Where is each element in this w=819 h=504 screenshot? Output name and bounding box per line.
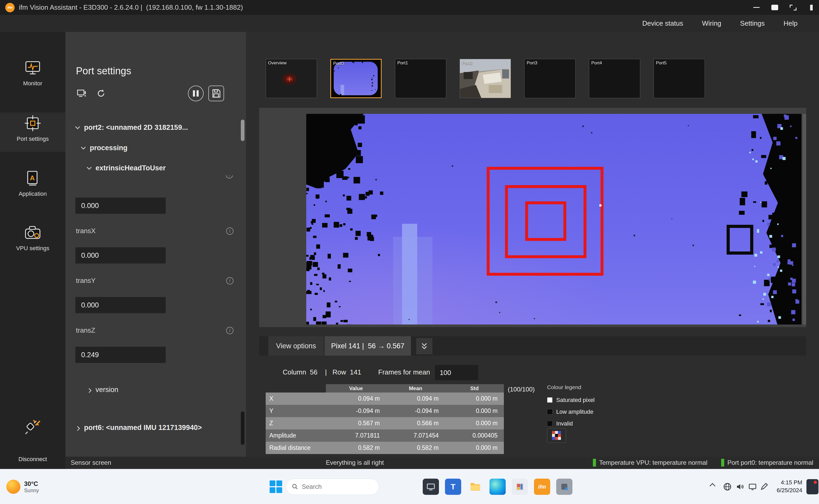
network-icon[interactable]: [723, 482, 732, 491]
minimize-button[interactable]: [753, 4, 760, 12]
port-settings-icon: [24, 115, 41, 132]
start-button[interactable]: [270, 480, 282, 493]
col-header-value: Value: [326, 384, 386, 393]
selected-pixel-marker: [599, 204, 601, 206]
speaker-icon[interactable]: [736, 482, 744, 491]
image-viewer: [259, 108, 806, 327]
palette-button[interactable]: [547, 428, 566, 443]
close-button[interactable]: [807, 4, 815, 12]
fullscreen-icon: [790, 5, 796, 10]
content-area: Overview Port0: [246, 32, 819, 457]
nav-item-monitor[interactable]: Monitor: [0, 57, 65, 96]
frames-for-mean-input[interactable]: [435, 365, 478, 380]
pen-icon[interactable]: [760, 482, 768, 491]
nav-item-port-settings[interactable]: Port settings: [0, 113, 65, 152]
menu-item-help[interactable]: Help: [784, 19, 798, 27]
thumbnail-port5[interactable]: Port5: [654, 59, 705, 98]
nav-item-application[interactable]: A Application: [0, 167, 65, 207]
depth-image-canvas: [306, 114, 801, 324]
invalid-swatch: [547, 421, 553, 426]
param-input-transz[interactable]: [75, 347, 166, 363]
taskbar-clock[interactable]: 4:15 PM 6/25/2024: [777, 479, 802, 494]
tray-expand-caret[interactable]: [710, 483, 716, 489]
menu-item-wiring[interactable]: Wiring: [702, 19, 721, 27]
search-icon: [292, 484, 298, 490]
info-icon[interactable]: i: [226, 327, 233, 334]
pixel-summary: Column 56 | Row 141 Frames for mean: [259, 365, 806, 381]
nav-item-disconnect[interactable]: Disconnect: [0, 456, 65, 463]
thumbnail-port4[interactable]: Port4: [589, 59, 640, 98]
notes-app-icon[interactable]: T: [445, 479, 461, 495]
param-label: transX: [76, 227, 96, 235]
saturated-swatch: [547, 397, 553, 403]
info-icon: i: [226, 175, 233, 178]
chevron-down-icon: [75, 124, 80, 129]
maximize-button[interactable]: [771, 4, 779, 12]
tree-node-processing[interactable]: processing: [82, 144, 127, 152]
menu-item-settings[interactable]: Settings: [740, 19, 765, 27]
chevron-right-icon: [75, 426, 80, 431]
depth-image[interactable]: [306, 114, 801, 324]
param-input-transx[interactable]: [75, 247, 166, 264]
media-app-icon[interactable]: [512, 479, 528, 495]
tree-node-port2[interactable]: port2: <unnamed 2D 3182159...: [76, 124, 188, 132]
table-row-amplitude: Amplitude 7.071811 7.071454 0.000405: [266, 429, 504, 442]
save-button[interactable]: [208, 86, 224, 101]
param-input-transy[interactable]: [75, 297, 166, 313]
clock-time: 4:15 PM: [777, 479, 802, 486]
tab-view-options[interactable]: View options: [268, 336, 324, 356]
thumbnail-port0[interactable]: Port0: [330, 59, 382, 98]
disconnect-icon[interactable]: [24, 417, 41, 435]
pause-button[interactable]: [188, 86, 204, 101]
menubar: Device status Wiring Settings Help: [0, 15, 819, 32]
thumbnail-port3[interactable]: Port3: [524, 59, 576, 98]
thumbnail-overview[interactable]: Overview: [266, 59, 317, 98]
clock-date: 6/25/2024: [777, 486, 802, 494]
nav-item-vpu-settings[interactable]: VPU settings: [0, 222, 65, 261]
status-message: Everything is all right: [326, 459, 384, 466]
notification-button[interactable]: [806, 479, 818, 494]
low-amplitude-swatch: [547, 409, 553, 415]
info-icon[interactable]: i: [226, 227, 233, 235]
menu-item-device-status[interactable]: Device status: [642, 19, 683, 27]
device-tool-app-icon[interactable]: [556, 479, 572, 495]
search-input[interactable]: [302, 483, 365, 490]
param-input-rot[interactable]: [75, 198, 166, 214]
ifm-app-icon[interactable]: ifm: [534, 479, 550, 495]
minimize-icon: [753, 7, 760, 8]
live-image-button[interactable]: [74, 86, 90, 101]
fullscreen-button[interactable]: [789, 4, 797, 12]
thumbnail-port1[interactable]: Port1: [395, 59, 446, 98]
taskbar-weather-widget[interactable]: 30°C Sunny: [6, 469, 39, 504]
pixel-table: Value Mean Std X 0.094 m 0.094 m 0.000 m…: [266, 384, 504, 454]
port-settings-panel: Port settings: [65, 32, 246, 457]
thumbnail-port2[interactable]: Port2: [460, 59, 511, 98]
tree-node-version[interactable]: version: [87, 386, 118, 394]
scrollbar-thumb[interactable]: [241, 411, 244, 445]
inspector-tabstrip: View options Pixel 141 | 56 → 0.567: [259, 336, 806, 356]
thumbnail-label: Port0: [333, 61, 344, 66]
viewer-scrollbar[interactable]: [803, 114, 806, 324]
collapse-panel-button[interactable]: [416, 338, 432, 354]
thumbnail-label: Port3: [527, 60, 537, 66]
application-icon: A: [24, 170, 41, 187]
port0-temperature-status: Port port0: temperature normal: [721, 459, 813, 467]
info-icon[interactable]: i: [226, 277, 233, 284]
edge-browser-icon[interactable]: [489, 479, 506, 495]
tree-node-extrinsic-head-to-user[interactable]: extrinsicHeadToUser: [87, 164, 166, 172]
taskbar-search[interactable]: [286, 479, 379, 495]
file-explorer-icon[interactable]: [467, 479, 483, 495]
screen-share-app-icon[interactable]: [423, 479, 439, 495]
maximize-icon: [771, 5, 778, 10]
frames-progress-label: (100/100): [508, 386, 535, 393]
window-titlebar: ifm ifm Vision Assistant - E3D300 - 2.6.…: [0, 0, 819, 15]
tree-node-label: version: [96, 386, 118, 394]
chevron-right-icon: [87, 388, 91, 393]
tab-pixel[interactable]: Pixel 141 | 56 → 0.567: [325, 336, 411, 356]
tree-node-port6[interactable]: port6: <unnamed IMU 1217139940>: [76, 424, 202, 432]
column-row-label: Column 56 | Row 141: [283, 368, 361, 376]
sync-button[interactable]: [93, 86, 109, 101]
app-window: ifm ifm Vision Assistant - E3D300 - 2.6.…: [0, 0, 819, 504]
display-icon[interactable]: [748, 482, 757, 491]
scrollbar-thumb[interactable]: [241, 120, 244, 141]
